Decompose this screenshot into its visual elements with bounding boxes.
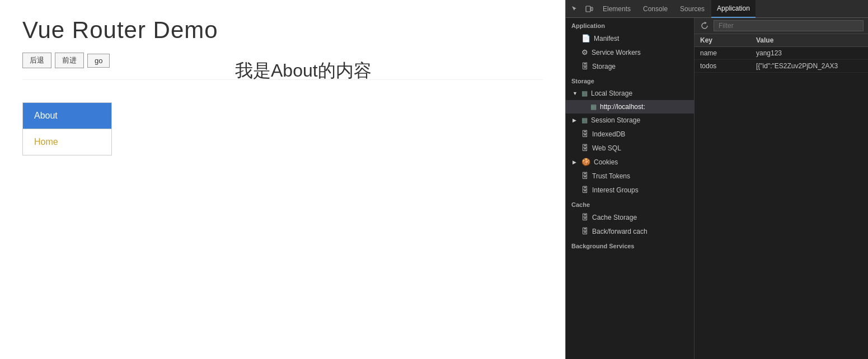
device-icon[interactable] xyxy=(583,2,596,16)
expand-arrow-icon: ▶ xyxy=(573,117,578,123)
forward-button[interactable]: 前进 xyxy=(55,53,84,68)
devtools-body: Application 📄 Manifest ⚙ Service Workers… xyxy=(566,18,868,359)
back-forward-icon: 🗄 xyxy=(581,227,589,235)
filter-input[interactable] xyxy=(714,20,864,31)
svg-rect-1 xyxy=(591,7,593,11)
sidebar-item-label: Interest Groups xyxy=(592,186,639,194)
sidebar-section-application: Application xyxy=(566,18,694,31)
devtools-tab-bar: Elements Console Sources Application xyxy=(566,0,868,18)
go-button[interactable]: go xyxy=(87,54,110,68)
inspect-icon[interactable] xyxy=(568,2,581,16)
sidebar-item-label: Storage xyxy=(592,63,616,70)
tab-console[interactable]: Console xyxy=(637,0,673,18)
sidebar-item-cache-storage[interactable]: 🗄 Cache Storage xyxy=(566,210,694,224)
storage-icon: 🗄 xyxy=(581,62,589,70)
svg-rect-0 xyxy=(586,6,590,12)
sidebar-item-label: Trust Tokens xyxy=(592,172,630,180)
devtools-panel: Elements Console Sources Application App… xyxy=(565,0,868,359)
localhost-icon: ▦ xyxy=(590,103,597,111)
data-table: Key Value name yang123 todos [{"id":"ES2… xyxy=(695,34,868,359)
home-link[interactable]: Home xyxy=(23,129,111,155)
manifest-icon: 📄 xyxy=(581,34,590,42)
tab-application[interactable]: Application xyxy=(711,0,756,18)
row-key: todos xyxy=(700,62,756,70)
table-header: Key Value xyxy=(695,34,868,47)
page-content: 我是About的内容 xyxy=(235,59,372,83)
sidebar-item-label: Local Storage xyxy=(591,89,632,97)
sidebar-item-cookies[interactable]: ▶ 🍪 Cookies xyxy=(566,155,694,169)
header-value: Value xyxy=(756,36,862,44)
sidebar-item-label: Back/forward cach xyxy=(592,228,648,235)
back-button[interactable]: 后退 xyxy=(22,53,51,68)
expand-arrow-icon: ▶ xyxy=(573,159,578,165)
websql-icon: 🗄 xyxy=(581,144,589,152)
sidebar-item-local-storage[interactable]: ▼ ▦ Local Storage xyxy=(566,87,694,100)
table-row[interactable]: name yang123 xyxy=(695,47,868,60)
sidebar-item-session-storage[interactable]: ▶ ▦ Session Storage xyxy=(566,114,694,127)
gear-icon: ⚙ xyxy=(581,48,588,56)
tab-sources[interactable]: Sources xyxy=(674,0,710,18)
sidebar-item-storage[interactable]: 🗄 Storage xyxy=(566,59,694,73)
devtools-main: Key Value name yang123 todos [{"id":"ES2… xyxy=(695,18,868,359)
sidebar-item-localhost[interactable]: ▦ http://localhost: xyxy=(566,100,694,114)
router-links: About Home xyxy=(22,102,112,155)
sidebar-item-label: Manifest xyxy=(594,35,619,42)
local-storage-icon: ▦ xyxy=(581,89,588,97)
tab-elements[interactable]: Elements xyxy=(597,0,636,18)
refresh-button[interactable] xyxy=(699,20,710,31)
indexeddb-icon: 🗄 xyxy=(581,130,589,138)
sidebar-item-interest-groups[interactable]: 🗄 Interest Groups xyxy=(566,183,694,197)
header-key: Key xyxy=(700,36,756,44)
sidebar-item-label: Session Storage xyxy=(591,116,640,124)
sidebar-item-label: Web SQL xyxy=(592,144,621,152)
sidebar-item-label: Service Workers xyxy=(592,49,641,56)
expand-arrow-icon: ▼ xyxy=(573,91,578,96)
sidebar-section-cache: Cache xyxy=(566,197,694,210)
row-value: [{"id":"ES2Zuv2PjDN_2AX3 xyxy=(756,62,862,70)
cache-storage-icon: 🗄 xyxy=(581,213,589,221)
session-storage-icon: ▦ xyxy=(581,116,588,124)
cookies-icon: 🍪 xyxy=(581,158,590,166)
row-key: name xyxy=(700,49,756,57)
devtools-sidebar: Application 📄 Manifest ⚙ Service Workers… xyxy=(566,18,695,359)
sidebar-item-back-forward-cache[interactable]: 🗄 Back/forward cach xyxy=(566,224,694,238)
sidebar-item-websql[interactable]: 🗄 Web SQL xyxy=(566,141,694,155)
sidebar-item-label: http://localhost: xyxy=(600,103,645,111)
table-row[interactable]: todos [{"id":"ES2Zuv2PjDN_2AX3 xyxy=(695,60,868,73)
sidebar-item-indexeddb[interactable]: 🗄 IndexedDB xyxy=(566,127,694,141)
sidebar-item-trust-tokens[interactable]: 🗄 Trust Tokens xyxy=(566,169,694,183)
sidebar-section-storage: Storage xyxy=(566,73,694,87)
sidebar-item-service-workers[interactable]: ⚙ Service Workers xyxy=(566,45,694,59)
sidebar-item-label: Cache Storage xyxy=(592,214,637,221)
about-link[interactable]: About xyxy=(23,103,111,129)
filter-bar xyxy=(695,18,868,34)
vue-app: Vue Router Demo 后退 前进 go About Home 我是Ab… xyxy=(0,0,565,359)
row-value: yang123 xyxy=(756,49,862,57)
interest-groups-icon: 🗄 xyxy=(581,186,589,194)
sidebar-item-label: Cookies xyxy=(594,158,618,166)
app-title: Vue Router Demo xyxy=(22,17,543,44)
sidebar-item-label: IndexedDB xyxy=(592,130,625,138)
sidebar-item-manifest[interactable]: 📄 Manifest xyxy=(566,31,694,45)
sidebar-section-bg-services: Background Services xyxy=(566,238,694,252)
trust-tokens-icon: 🗄 xyxy=(581,172,589,180)
